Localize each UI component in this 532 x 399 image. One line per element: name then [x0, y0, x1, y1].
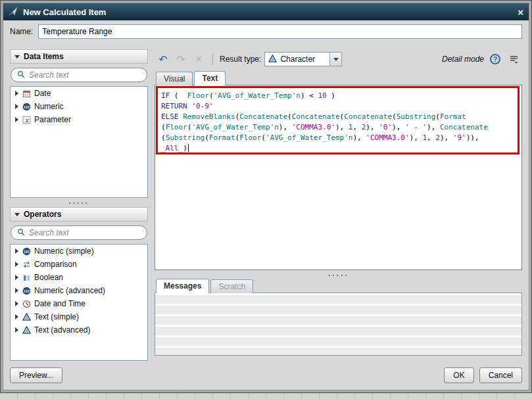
- result-type-label: Result type:: [220, 55, 261, 64]
- messages-panel: [155, 293, 522, 356]
- tree-item-label: Date and Time: [34, 299, 85, 308]
- left-panel: Data Items Date123NumericxParameter ····…: [10, 49, 148, 365]
- dropdown-arrow-icon[interactable]: [329, 53, 341, 66]
- cancel-button[interactable]: Cancel: [479, 367, 522, 383]
- expand-arrow-icon[interactable]: [15, 275, 18, 280]
- expand-arrow-icon[interactable]: [15, 117, 18, 122]
- tab-messages[interactable]: Messages: [156, 279, 209, 293]
- boolean-icon: [22, 273, 31, 282]
- calendar-icon: [22, 89, 31, 98]
- code-line: (Substring(Format(Floor('AVG_of_Water_Te…: [161, 133, 515, 143]
- collapse-triangle-icon: [14, 213, 20, 216]
- operators-header[interactable]: Operators: [10, 207, 148, 222]
- character-icon: A: [22, 325, 31, 335]
- tree-item-date-and-time[interactable]: Date and Time: [11, 297, 147, 310]
- code-line: IF ( Floor('AVG_of_Water_Temp'n) < 10 ): [161, 91, 515, 101]
- tree-item-comparison[interactable]: Comparison: [11, 258, 147, 271]
- data-items-search: [11, 68, 147, 82]
- editor-tabs: Visual Text: [155, 72, 522, 85]
- output-tabs: Messages Scratch: [155, 279, 522, 293]
- code-line: RETURN '0-9': [161, 101, 515, 112]
- redo-button[interactable]: ↷: [174, 52, 188, 66]
- character-type-icon: A: [268, 55, 277, 64]
- operators-list: 123Numeric (simple)ComparisonBoolean123N…: [10, 244, 148, 361]
- editor-splitter-handle[interactable]: ·····: [155, 270, 522, 279]
- numeric-icon: 123: [22, 286, 31, 295]
- tree-item-label: Comparison: [34, 260, 77, 269]
- result-type-selected: A Character: [265, 53, 329, 66]
- svg-text:123: 123: [24, 289, 30, 293]
- data-items-search-input[interactable]: [29, 70, 141, 80]
- tree-item-parameter[interactable]: xParameter: [11, 113, 147, 126]
- text-caret: [188, 144, 189, 152]
- expand-arrow-icon[interactable]: [15, 314, 18, 319]
- clock-icon: [22, 299, 31, 308]
- toolbar-separator: [212, 53, 213, 65]
- undo-button[interactable]: ↶: [156, 52, 170, 66]
- tree-item-numeric[interactable]: 123Numeric: [11, 100, 147, 113]
- svg-text:A: A: [25, 316, 28, 320]
- numeric-icon: 123: [22, 102, 31, 111]
- dialog-title: New Calculated Item: [23, 7, 106, 17]
- parameter-icon: x: [22, 115, 31, 124]
- numeric-icon: 123: [22, 246, 31, 256]
- code-line: ELSE RemoveBlanks(Concatenate(Concatenat…: [161, 112, 515, 122]
- code-line: _All_): [161, 143, 515, 154]
- character-icon: A: [22, 312, 31, 321]
- tree-item-numeric-advanced[interactable]: 123Numeric (advanced): [11, 284, 147, 297]
- result-type-dropdown[interactable]: A Character: [264, 52, 342, 66]
- svg-text:123: 123: [24, 249, 30, 253]
- close-icon[interactable]: ×: [518, 7, 523, 17]
- name-input[interactable]: [38, 24, 522, 39]
- operators-search-input[interactable]: [29, 228, 141, 237]
- code-line: (Floor('AVG_of_Water_Temp'n), 'COMMA3.0'…: [161, 122, 515, 133]
- name-label: Name:: [10, 27, 33, 36]
- code-editor[interactable]: IF ( Floor('AVG_of_Water_Temp'n) < 10 )R…: [155, 85, 522, 270]
- ok-button[interactable]: OK: [444, 367, 473, 383]
- tree-item-text-advanced[interactable]: AText (advanced): [11, 323, 147, 337]
- preview-button[interactable]: Preview...: [10, 367, 62, 383]
- delete-button[interactable]: ×: [191, 52, 206, 66]
- new-calculated-item-dialog: New Calculated Item × Name: Data Items: [0, 0, 532, 393]
- left-splitter-handle[interactable]: ·····: [10, 198, 148, 207]
- data-items-list: Date123NumericxParameter: [10, 86, 148, 198]
- tree-item-boolean[interactable]: Boolean: [11, 271, 147, 284]
- dialog-body: New Calculated Item × Name: Data Items: [3, 3, 529, 390]
- expand-arrow-icon[interactable]: [15, 91, 18, 96]
- tree-item-label: Numeric (advanced): [34, 286, 105, 295]
- tree-item-label: Date: [34, 89, 51, 98]
- search-icon: [17, 70, 25, 80]
- detail-mode-label: Detail mode: [442, 55, 484, 64]
- more-options-icon[interactable]: [506, 52, 521, 66]
- main-area: Data Items Date123NumericxParameter ····…: [3, 43, 529, 365]
- expand-arrow-icon[interactable]: [15, 104, 18, 109]
- tab-visual[interactable]: Visual: [156, 72, 193, 85]
- tree-item-label: Text (advanced): [34, 325, 90, 335]
- tree-item-text-simple[interactable]: AText (simple): [11, 310, 147, 323]
- tree-item-label: Text (simple): [34, 312, 79, 321]
- svg-text:A: A: [25, 329, 28, 333]
- help-icon[interactable]: ?: [490, 54, 500, 64]
- expand-arrow-icon[interactable]: [15, 301, 18, 306]
- expand-arrow-icon[interactable]: [15, 327, 18, 333]
- expand-arrow-icon[interactable]: [15, 288, 18, 293]
- tree-item-label: Parameter: [34, 115, 71, 124]
- calculated-item-icon: [9, 7, 18, 18]
- expand-arrow-icon[interactable]: [15, 248, 18, 254]
- tree-item-label: Numeric (simple): [34, 246, 94, 256]
- svg-text:123: 123: [24, 105, 30, 108]
- comparison-icon: [22, 260, 31, 269]
- name-row: Name:: [3, 20, 529, 43]
- tree-item-numeric-simple[interactable]: 123Numeric (simple): [11, 245, 147, 258]
- expand-arrow-icon[interactable]: [15, 262, 18, 267]
- data-items-header[interactable]: Data Items: [10, 49, 148, 64]
- tree-item-date[interactable]: Date: [11, 87, 147, 100]
- right-panel: ↶ ↷ × Result type: A Character: [155, 49, 522, 365]
- collapse-triangle-icon: [14, 55, 20, 59]
- svg-text:A: A: [272, 57, 275, 62]
- tree-item-label: Numeric: [34, 102, 64, 111]
- tab-text[interactable]: Text: [194, 71, 226, 85]
- operators-search: [11, 225, 147, 240]
- title-bar: New Calculated Item ×: [3, 3, 529, 20]
- tab-scratch[interactable]: Scratch: [210, 279, 253, 293]
